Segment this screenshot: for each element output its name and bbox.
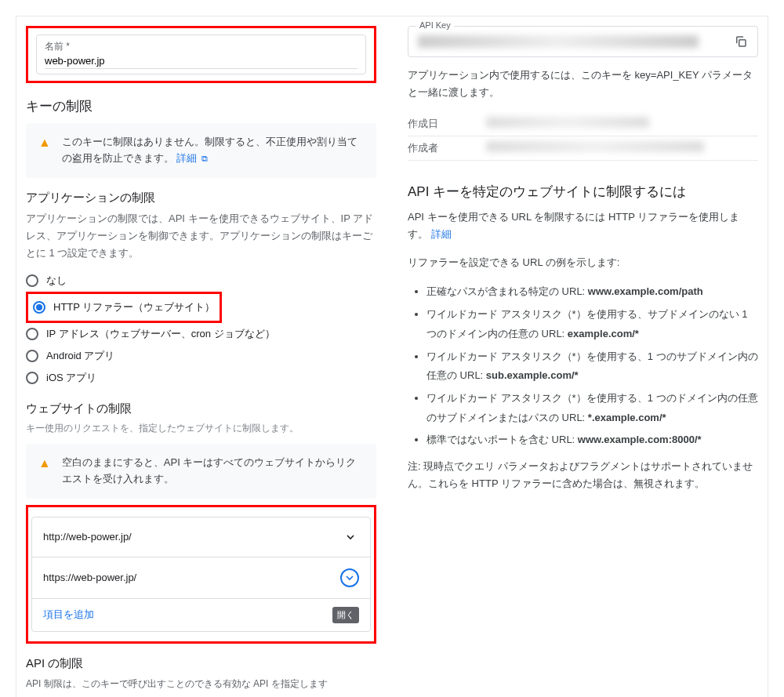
radio-icon xyxy=(26,328,38,340)
add-item-link[interactable]: 項目を追加 xyxy=(43,608,94,622)
key-restrict-title: キーの制限 xyxy=(26,97,376,115)
api-restrict-title: API の制限 xyxy=(26,656,376,671)
radio-android[interactable]: Android アプリ xyxy=(26,345,376,367)
radio-icon xyxy=(33,301,45,314)
website-warning: ▲ 空白のままにすると、API キーはすべてのウェブサイトからリクエストを受け入… xyxy=(26,444,376,499)
creator-blurred xyxy=(486,141,704,152)
website-restrict-title: ウェブサイトの制限 xyxy=(26,401,376,416)
creator-row: 作成者 xyxy=(408,136,758,161)
app-restrict-radios: なし HTTP リファラー（ウェブサイト） IP アドレス（ウェブサーバー、cr… xyxy=(26,270,376,389)
api-restrict-desc: API 制限は、このキーで呼び出すことのできる有効な API を指定します xyxy=(26,676,376,692)
warning-icon: ▲ xyxy=(38,136,51,150)
open-button[interactable]: 開く xyxy=(332,607,359,623)
website-restrict-desc: キー使用のリクエストを、指定したウェブサイトに制限します。 xyxy=(26,421,376,436)
restrict-desc-1: API キーを使用できる URL を制限するには HTTP リファラーを使用しま… xyxy=(408,209,758,243)
website-row[interactable]: https://web-power.jp/ xyxy=(32,557,370,599)
radio-ip[interactable]: IP アドレス（ウェブサーバー、cron ジョブなど） xyxy=(26,323,376,345)
query-param-note: 注: 現時点でクエリ パラメータおよびフラグメントはサポートされていません。これ… xyxy=(408,458,758,492)
created-date-row: 作成日 xyxy=(408,112,758,136)
add-item-row: 項目を追加 開く xyxy=(32,599,370,631)
warning-text: このキーに制限はありません。制限すると、不正使用や割り当ての盗用を防止できます。 xyxy=(62,136,358,164)
radio-http-referrer[interactable]: HTTP リファラー（ウェブサイト） xyxy=(33,296,215,318)
svg-rect-0 xyxy=(739,40,746,46)
created-date-blurred xyxy=(486,117,649,128)
list-item: ワイルドカード アスタリスク（*）を使用する、1 つのドメイン内の任意のサブドメ… xyxy=(426,389,758,427)
website-warning-text: 空白のままにすると、API キーはすべてのウェブサイトからリクエストを受け入れま… xyxy=(62,455,364,488)
app-restrict-desc: アプリケーションの制限では、API キーを使用できるウェブサイト、IP アドレス… xyxy=(26,210,376,262)
copy-icon[interactable] xyxy=(734,34,748,49)
external-link-icon: ⧉ xyxy=(201,154,208,163)
radio-icon xyxy=(26,372,38,384)
radio-icon xyxy=(26,274,38,287)
restrict-website-title: API キーを特定のウェブサイトに制限するには xyxy=(408,183,758,201)
chevron-down-icon[interactable] xyxy=(340,568,359,587)
website-row[interactable]: http://web-power.jp/ xyxy=(32,517,370,557)
name-label: 名前 * xyxy=(45,40,358,53)
api-key-display: API Key xyxy=(408,26,758,57)
list-item: ワイルドカード アスタリスク（*）を使用する、1 つのサブドメイン内の任意の U… xyxy=(426,347,758,386)
detail-link[interactable]: 詳細 ⧉ xyxy=(176,152,208,164)
api-key-desc: アプリケーション内で使用するには、このキーを key=API_KEY パラメータ… xyxy=(408,67,758,101)
key-restrict-warning: ▲ このキーに制限はありません。制限すると、不正使用や割り当ての盗用を防止できま… xyxy=(26,123,376,178)
list-item: 正確なパスが含まれる特定の URL: www.example.com/path xyxy=(426,282,758,302)
radio-none[interactable]: なし xyxy=(26,270,376,292)
name-field[interactable]: 名前 * xyxy=(36,34,366,74)
url-examples-list: 正確なパスが含まれる特定の URL: www.example.com/path … xyxy=(408,282,758,450)
restrict-desc-2: リファラーを設定できる URL の例を示します: xyxy=(408,254,758,271)
radio-icon xyxy=(26,350,38,362)
detail-link-2[interactable]: 詳細 xyxy=(431,228,452,240)
name-input[interactable] xyxy=(45,53,358,69)
list-item: 標準ではないポートを含む URL: www.example.com:8000/* xyxy=(426,430,758,450)
website-url-list: http://web-power.jp/ https://web-power.j… xyxy=(31,517,371,632)
name-section: 名前 * xyxy=(26,26,376,83)
app-restrict-title: アプリケーションの制限 xyxy=(26,191,376,205)
api-key-value-blurred xyxy=(418,35,699,48)
radio-ios[interactable]: iOS アプリ xyxy=(26,367,376,389)
api-key-label: API Key xyxy=(416,20,454,30)
warning-icon: ▲ xyxy=(38,456,51,470)
chevron-down-icon[interactable] xyxy=(342,528,359,546)
list-item: ワイルドカード アスタリスク（*）を使用する、サブドメインのない 1 つのドメイ… xyxy=(426,305,758,343)
